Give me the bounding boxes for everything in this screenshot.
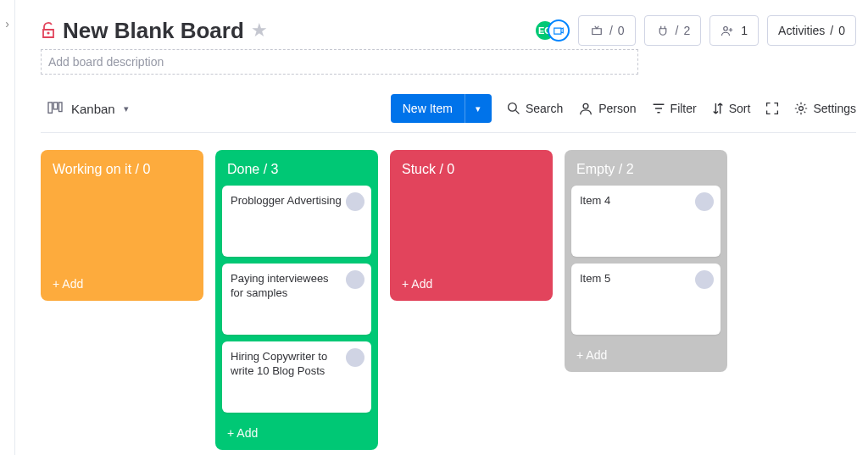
svg-point-5 xyxy=(508,103,516,112)
card-title: Paying interviewees for samples xyxy=(231,272,329,299)
slash-sep: / xyxy=(676,24,679,37)
sidebar-expand-handle[interactable]: › xyxy=(0,0,15,455)
activities-pill[interactable]: Activities / 0 xyxy=(767,15,856,46)
new-item-dropdown[interactable]: ▾ xyxy=(465,94,492,123)
sort-button[interactable]: Sort xyxy=(712,102,751,115)
column-stuck[interactable]: Stuck / 0 + Add xyxy=(390,150,553,301)
automations-count: 0 xyxy=(618,24,625,37)
person-label: Person xyxy=(598,102,636,115)
robot-icon xyxy=(589,24,604,37)
column-empty-space xyxy=(47,186,197,270)
svg-point-8 xyxy=(799,107,804,111)
svg-line-6 xyxy=(515,110,519,114)
fullscreen-icon xyxy=(765,102,779,115)
board-collaborators[interactable]: EO xyxy=(534,19,570,42)
card-owner-avatar[interactable] xyxy=(695,192,714,211)
column-empty[interactable]: Empty / 2 Item 4 Item 5 + Add xyxy=(565,150,727,372)
slash-sep: / xyxy=(264,162,271,176)
plug-icon xyxy=(655,24,670,37)
card-owner-avatar[interactable] xyxy=(346,348,364,367)
gear-icon xyxy=(794,102,808,115)
svg-point-0 xyxy=(47,31,49,34)
toolbar-right: New Item ▾ Search Person Filter xyxy=(391,94,856,123)
column-count: 3 xyxy=(271,162,279,176)
view-name: Kanban xyxy=(71,102,115,116)
person-icon xyxy=(578,101,593,116)
settings-label: Settings xyxy=(813,102,856,115)
column-title: Done xyxy=(227,162,259,176)
person-filter-button[interactable]: Person xyxy=(578,101,636,116)
toolbar-left: Kanban ▾ xyxy=(41,93,136,124)
add-card-button[interactable]: + Add xyxy=(222,419,371,443)
column-done[interactable]: Done / 3 Problogger Advertising Paying i… xyxy=(215,150,378,450)
automations-pill[interactable]: / 0 xyxy=(578,15,636,46)
title-row: New Blank Board ★ EO / 0 / xyxy=(41,15,856,46)
kanban-card[interactable]: Paying interviewees for samples xyxy=(222,264,371,335)
column-header[interactable]: Working on it / 0 xyxy=(47,157,197,186)
people-icon xyxy=(721,24,736,37)
svg-rect-4 xyxy=(58,103,62,112)
integrations-pill[interactable]: / 2 xyxy=(644,15,702,46)
filter-icon xyxy=(652,103,665,114)
sort-icon xyxy=(712,102,724,115)
slash-sep: / xyxy=(619,162,626,176)
integrations-count: 2 xyxy=(683,24,690,37)
kanban-view-icon xyxy=(47,102,63,115)
card-owner-avatar[interactable] xyxy=(346,192,364,211)
fullscreen-button[interactable] xyxy=(765,102,779,115)
kanban-card[interactable]: Item 5 xyxy=(571,264,721,335)
column-count: 0 xyxy=(447,162,454,176)
search-icon xyxy=(507,102,520,115)
svg-point-7 xyxy=(583,103,588,108)
add-card-button[interactable]: + Add xyxy=(397,270,546,294)
kanban-card[interactable]: Problogger Advertising xyxy=(222,186,371,257)
chevron-down-icon: ▾ xyxy=(124,103,129,114)
card-title: Hiring Copywriter to write 10 Blog Posts xyxy=(231,350,327,377)
kanban-card[interactable]: Hiring Copywriter to write 10 Blog Posts xyxy=(222,341,371,413)
activities-label: Activities xyxy=(778,24,825,37)
search-label: Search xyxy=(526,102,563,115)
column-title: Working on it xyxy=(53,162,131,176)
title-left: New Blank Board ★ xyxy=(41,18,268,44)
search-button[interactable]: Search xyxy=(507,102,563,115)
sort-label: Sort xyxy=(729,102,751,115)
new-item-button[interactable]: New Item ▾ xyxy=(391,94,492,123)
settings-button[interactable]: Settings xyxy=(794,102,856,115)
column-header[interactable]: Done / 3 xyxy=(222,157,371,186)
card-owner-avatar[interactable] xyxy=(346,270,364,289)
filter-button[interactable]: Filter xyxy=(652,102,697,115)
column-title: Stuck xyxy=(402,162,436,176)
members-pill[interactable]: 1 xyxy=(709,15,759,46)
column-header[interactable]: Empty / 2 xyxy=(571,157,721,186)
column-working-on-it[interactable]: Working on it / 0 + Add xyxy=(41,150,203,301)
title-right: EO / 0 / 2 xyxy=(534,15,856,46)
collaborators-extra-icon xyxy=(548,19,570,42)
chevron-right-icon: › xyxy=(5,17,9,31)
card-title: Item 5 xyxy=(580,272,610,285)
filter-label: Filter xyxy=(670,102,697,115)
board-toolbar: Kanban ▾ New Item ▾ Search Person xyxy=(41,93,856,133)
column-empty-space xyxy=(397,186,546,270)
view-switcher[interactable]: Kanban ▾ xyxy=(41,93,136,124)
lock-icon[interactable] xyxy=(41,22,56,39)
card-owner-avatar[interactable] xyxy=(695,270,714,289)
svg-point-1 xyxy=(724,27,728,31)
kanban-board: Working on it / 0 + Add Done / 3 Problog… xyxy=(41,150,856,455)
members-count: 1 xyxy=(741,24,748,37)
add-card-button[interactable]: + Add xyxy=(47,270,197,294)
svg-rect-3 xyxy=(53,103,57,109)
new-item-label: New Item xyxy=(391,102,465,115)
page-root: New Blank Board ★ EO / 0 / xyxy=(15,0,868,455)
slash-sep: / xyxy=(830,24,833,37)
slash-sep: / xyxy=(609,24,613,37)
activities-count: 0 xyxy=(838,24,845,37)
board-description-input[interactable]: Add board description xyxy=(41,49,638,75)
board-title[interactable]: New Blank Board xyxy=(63,18,244,44)
kanban-card[interactable]: Item 4 xyxy=(571,186,721,257)
column-header[interactable]: Stuck / 0 xyxy=(397,157,546,186)
column-count: 0 xyxy=(142,162,150,176)
svg-rect-2 xyxy=(48,103,52,113)
card-title: Problogger Advertising xyxy=(231,194,342,207)
favorite-star-icon[interactable]: ★ xyxy=(251,19,268,42)
add-card-button[interactable]: + Add xyxy=(571,341,721,365)
